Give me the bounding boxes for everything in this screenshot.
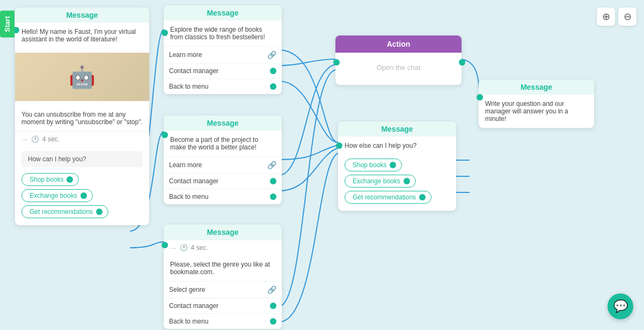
card6-btn-recommend-dot	[419, 194, 426, 200]
card2-row-back[interactable]: Back to menu	[164, 78, 282, 94]
card4-row-genre[interactable]: Select genre 🔗	[164, 281, 282, 298]
card6-btn-shop[interactable]: Shop books	[345, 159, 402, 171]
card6-btn-recommend[interactable]: Get recommendations	[345, 191, 431, 204]
card5-header: Message	[479, 80, 594, 95]
card4-row-genre-label: Select genre	[169, 286, 205, 293]
card2-header: Message	[164, 5, 282, 20]
card2-text: Explore the wide range of books from cla…	[164, 20, 282, 46]
card1-text2: You can unsubscribe from me at any momen…	[15, 105, 149, 131]
card3-text: Become a part of the project to make the…	[164, 131, 282, 156]
card4-link-icon: 🔗	[267, 285, 276, 294]
zoom-in-icon: ⊕	[602, 11, 610, 23]
card3-contact-dot	[270, 178, 276, 184]
start-button[interactable]: Start	[0, 11, 14, 38]
card6-text: How else can I help you?	[338, 137, 456, 155]
card2-row-learn[interactable]: Learn more 🔗	[164, 46, 282, 63]
card6-header: Message	[338, 121, 456, 137]
chat-fab-button[interactable]: 💬	[608, 293, 633, 319]
card1-timer-row: ··· 🕐 4 sec.	[15, 131, 149, 147]
clock-icon: 🕐	[31, 135, 39, 143]
card3-row-contact-label: Contact manager	[169, 177, 218, 185]
action-card-text: Open the chat	[335, 53, 462, 85]
card1-btn-exchange[interactable]: Exchange books	[21, 189, 93, 202]
zoom-in-button[interactable]: ⊕	[597, 8, 615, 26]
card3-row-contact[interactable]: Contact manager	[164, 173, 282, 189]
card4-back-dot	[270, 318, 276, 325]
action-right-connector	[459, 59, 465, 66]
card4-text: Please, select the genre you like at boo…	[164, 255, 282, 281]
card1-btn-shop-label: Shop books	[30, 176, 63, 183]
card6-btn-shop-label: Shop books	[353, 161, 386, 169]
card3-link-icon: 🔗	[267, 161, 276, 169]
card2-left-connector	[162, 30, 168, 36]
card2-row-contact[interactable]: Contact manager	[164, 63, 282, 78]
card4-timer: 4 sec.	[191, 244, 208, 252]
card1-btn-exchange-label: Exchange books	[30, 192, 77, 199]
card2-row-contact-label: Contact manager	[169, 67, 218, 75]
card1-btn-shop-dot	[67, 176, 73, 183]
card5-text: Write your question and our manager will…	[479, 95, 594, 128]
action-card-header: Action	[335, 35, 462, 53]
card6-btn-shop-dot	[390, 162, 396, 168]
card1-btn-exchange-dot	[80, 192, 87, 199]
card-project-message: Message Become a part of the project to …	[164, 116, 282, 204]
card4-timer-row: ··· 🕐 4 sec.	[164, 240, 282, 255]
card-manager-message: Message Write your question and our mana…	[479, 80, 594, 128]
card6-btn-exchange-label: Exchange books	[353, 177, 400, 185]
action-card: Action Open the chat	[335, 35, 462, 85]
card2-back-dot	[270, 83, 276, 90]
robot-image: 🤖	[15, 53, 149, 101]
card1-btn-shop[interactable]: Shop books	[21, 173, 79, 186]
card2-link-icon: 🔗	[267, 51, 276, 59]
card2-row-learn-label: Learn more	[169, 51, 202, 59]
card4-row-contact-label: Contact manager	[169, 302, 218, 310]
card-genre-select: Message ··· 🕐 4 sec. Please, select the …	[164, 225, 282, 329]
card4-row-contact[interactable]: Contact manager	[164, 298, 282, 313]
card3-row-back[interactable]: Back to menu	[164, 189, 282, 204]
card-how-else: Message How else can I help you? Shop bo…	[338, 121, 456, 211]
card1-btn-recommend[interactable]: Get recommendations	[21, 205, 108, 218]
card2-row-back-label: Back to menu	[169, 83, 208, 90]
card1-btn-recommend-dot	[96, 209, 103, 215]
dots-icon: ···	[21, 135, 28, 144]
card-explore-books: Message Explore the wide range of books …	[164, 5, 282, 94]
card4-left-connector	[162, 242, 168, 248]
card6-btn-exchange[interactable]: Exchange books	[345, 175, 416, 188]
card4-row-back[interactable]: Back to menu	[164, 313, 282, 329]
card1-question: How can I help you?	[21, 151, 143, 167]
card3-header: Message	[164, 116, 282, 131]
card3-back-dot	[270, 193, 276, 200]
card6-left-connector	[336, 142, 342, 149]
card3-left-connector	[162, 132, 168, 138]
card4-header: Message	[164, 225, 282, 240]
card4-row-back-label: Back to menu	[169, 318, 208, 325]
card3-row-learn-label: Learn more	[169, 161, 202, 169]
card3-row-back-label: Back to menu	[169, 193, 208, 200]
zoom-out-button[interactable]: ⊖	[618, 8, 636, 26]
action-left-connector	[333, 59, 340, 66]
card2-contact-dot	[270, 68, 276, 74]
card6-btn-exchange-dot	[404, 178, 410, 184]
chat-icon: 💬	[613, 299, 628, 313]
card5-left-connector	[477, 94, 483, 101]
card3-row-learn[interactable]: Learn more 🔗	[164, 156, 282, 173]
card1-text1: Hello! My name is Faust, I'm your virtua…	[15, 23, 149, 48]
card4-clock-icon: 🕐	[180, 244, 188, 252]
card-start-message: Message Hello! My name is Faust, I'm you…	[15, 8, 149, 225]
card6-btn-recommend-label: Get recommendations	[353, 193, 416, 201]
card1-btn-recommend-label: Get recommendations	[30, 208, 93, 216]
zoom-controls: ⊕ ⊖	[597, 8, 636, 26]
card4-contact-dot	[270, 303, 276, 309]
card1-header: Message	[15, 8, 149, 23]
card1-timer: 4 sec.	[42, 135, 60, 143]
card4-dots-icon: ···	[170, 243, 177, 252]
zoom-out-icon: ⊖	[624, 11, 632, 23]
